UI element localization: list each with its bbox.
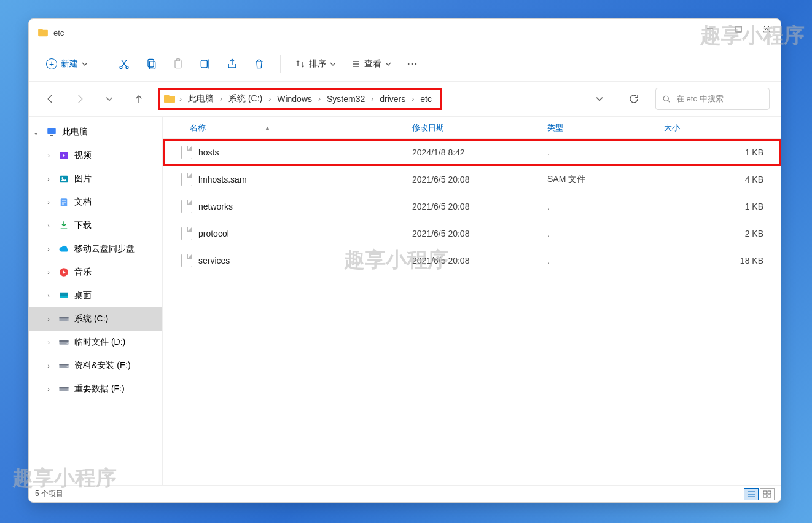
expand-icon[interactable]: ›: [44, 175, 53, 183]
file-size: 18 KB: [658, 256, 781, 265]
expand-icon[interactable]: ›: [44, 199, 53, 206]
picture-icon: [58, 173, 69, 184]
sidebar-item[interactable]: ›资料&安装 (E:): [29, 354, 162, 377]
sidebar-item[interactable]: ›视频: [29, 144, 162, 167]
svg-rect-28: [60, 364, 69, 365]
copy-button[interactable]: [139, 52, 163, 76]
breadcrumb-item[interactable]: System32: [324, 93, 367, 105]
breadcrumb-item[interactable]: drivers: [377, 93, 408, 105]
expand-icon[interactable]: ›: [44, 362, 53, 369]
file-row[interactable]: networks2021/6/5 20:08.1 KB: [163, 193, 781, 220]
download-icon: [58, 220, 69, 231]
file-row[interactable]: protocol2021/6/5 20:08.2 KB: [163, 220, 781, 247]
file-name: protocol: [198, 229, 229, 238]
sort-ascending-icon: ▲: [265, 125, 270, 131]
sidebar-item-label: 重要数据 (F:): [74, 383, 125, 395]
breadcrumb-item[interactable]: 系统 (C:): [226, 92, 265, 106]
breadcrumb-item[interactable]: Windows: [275, 93, 314, 105]
svg-point-26: [67, 343, 68, 344]
status-bar: 5 个项目: [29, 485, 781, 502]
file-type: .: [541, 202, 658, 211]
refresh-button[interactable]: [623, 88, 644, 109]
recent-button[interactable]: [99, 88, 120, 109]
expand-icon[interactable]: ›: [44, 292, 53, 299]
expand-icon[interactable]: ›: [44, 222, 53, 229]
share-button[interactable]: [220, 52, 244, 76]
search-input[interactable]: 在 etc 中搜索: [655, 88, 770, 110]
file-size: 1 KB: [658, 147, 781, 157]
column-name-label: 名称: [190, 122, 206, 133]
pc-icon: [46, 127, 57, 138]
file-size: 4 KB: [658, 175, 781, 184]
svg-rect-7: [201, 60, 207, 68]
video-icon: [58, 150, 69, 161]
sidebar-item[interactable]: ›桌面: [29, 284, 162, 307]
details-view-button[interactable]: [744, 488, 759, 500]
file-row[interactable]: hosts2024/1/8 8:42.1 KB: [163, 139, 781, 166]
search-placeholder: 在 etc 中搜索: [676, 93, 724, 104]
chevron-right-icon: ›: [412, 95, 414, 103]
sort-button[interactable]: 排序: [289, 55, 342, 73]
file-date: 2021/6/5 20:08: [406, 229, 541, 238]
desktop-icon: [58, 290, 69, 301]
expand-icon[interactable]: ›: [44, 269, 53, 276]
close-button[interactable]: [752, 19, 781, 39]
sidebar-item[interactable]: ›重要数据 (F:): [29, 377, 162, 401]
address-dropdown[interactable]: [589, 88, 610, 109]
minimize-button[interactable]: [696, 19, 724, 39]
expand-icon[interactable]: ›: [44, 315, 53, 323]
cut-button[interactable]: [112, 52, 136, 76]
sidebar-item[interactable]: ›图片: [29, 167, 162, 191]
sidebar-item[interactable]: ›移动云盘同步盘: [29, 237, 162, 261]
toolbar: + 新建 排序 查看: [29, 46, 781, 82]
sidebar-item[interactable]: ›系统 (C:): [29, 307, 162, 331]
rename-button[interactable]: [193, 52, 217, 76]
expand-icon[interactable]: ›: [44, 385, 53, 393]
sidebar-item[interactable]: ›下载: [29, 214, 162, 237]
icons-view-button[interactable]: [760, 488, 775, 500]
file-row[interactable]: lmhosts.sam2021/6/5 20:08SAM 文件4 KB: [163, 166, 781, 193]
sidebar-item[interactable]: ⌄此电脑: [29, 120, 162, 144]
expand-icon[interactable]: ›: [44, 339, 53, 346]
column-size[interactable]: 大小: [658, 122, 781, 133]
up-button[interactable]: [128, 88, 149, 109]
paste-button[interactable]: [166, 52, 190, 76]
breadcrumb[interactable]: › 此电脑 › 系统 (C:) › Windows › System32 › d…: [158, 88, 442, 110]
column-date[interactable]: 修改日期: [406, 122, 541, 133]
sidebar-item-label: 音乐: [74, 267, 92, 278]
back-button[interactable]: [40, 88, 61, 109]
file-name: networks: [198, 202, 233, 211]
sidebar-item-label: 视频: [74, 150, 92, 161]
expand-icon[interactable]: ›: [44, 152, 53, 159]
column-name[interactable]: 名称 ▲: [163, 122, 406, 133]
expand-icon[interactable]: ›: [44, 245, 53, 253]
file-row[interactable]: services2021/6/5 20:08.18 KB: [163, 247, 781, 274]
folder-icon: [37, 28, 49, 37]
expand-icon[interactable]: ⌄: [30, 128, 41, 136]
column-type[interactable]: 类型: [541, 122, 658, 133]
svg-point-29: [67, 366, 68, 368]
column-size-label: 大小: [664, 122, 680, 133]
sidebar-item-label: 系统 (C:): [74, 313, 108, 324]
delete-button[interactable]: [247, 52, 271, 76]
more-button[interactable]: [400, 52, 424, 76]
svg-rect-25: [60, 340, 69, 342]
view-button[interactable]: 查看: [345, 55, 397, 73]
view-mode-buttons: [744, 488, 775, 500]
column-type-label: 类型: [547, 122, 563, 133]
sidebar-item[interactable]: ›文档: [29, 191, 162, 214]
view-label: 查看: [364, 58, 381, 69]
file-name: services: [198, 256, 230, 265]
sidebar-item-label: 资料&安装 (E:): [74, 360, 131, 371]
maximize-button[interactable]: [724, 19, 752, 39]
breadcrumb-item[interactable]: 此电脑: [185, 92, 216, 106]
svg-rect-22: [60, 317, 69, 318]
chevron-right-icon: ›: [268, 95, 271, 103]
svg-rect-0: [736, 26, 741, 32]
search-icon: [662, 95, 671, 104]
sidebar-item[interactable]: ›音乐: [29, 261, 162, 284]
new-button[interactable]: + 新建: [40, 55, 94, 73]
sidebar-item[interactable]: ›临时文件 (D:): [29, 331, 162, 354]
breadcrumb-item[interactable]: etc: [418, 93, 434, 105]
forward-button[interactable]: [69, 88, 90, 109]
